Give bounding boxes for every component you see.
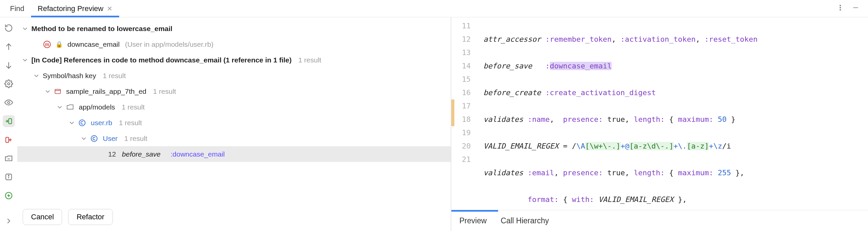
- references-label: [In Code] References in code to method d…: [31, 56, 292, 64]
- code-line: validates :name, presence: true, length:…: [484, 113, 868, 126]
- tab-find-label: Find: [10, 4, 24, 13]
- tree-references-row[interactable]: [In Code] References in code to method d…: [18, 52, 451, 68]
- code-line: attr_accessor :remember_token, :activati…: [484, 33, 868, 46]
- tree-file-row[interactable]: user.rb 1 result: [18, 115, 451, 131]
- class-icon: [90, 135, 98, 142]
- chevron-right-icon[interactable]: [3, 215, 15, 227]
- svg-point-1: [840, 7, 841, 8]
- gutter-line: 16: [452, 86, 471, 99]
- code-line: before_create :create_activation_digest: [484, 86, 868, 99]
- usage-line-number: 12: [108, 150, 116, 158]
- chevron-down-icon[interactable]: [68, 119, 75, 127]
- svg-point-0: [840, 5, 841, 6]
- minimize-icon[interactable]: [852, 4, 859, 13]
- toolbar-sidebar: [0, 18, 18, 231]
- gutter-change-marker: [452, 99, 454, 126]
- cancel-button[interactable]: Cancel: [23, 209, 62, 225]
- rerun-icon[interactable]: [3, 22, 15, 34]
- button-row: Cancel Refactor: [18, 204, 451, 231]
- svg-point-6: [8, 83, 10, 85]
- gutter-line: 15: [452, 73, 471, 86]
- exclude-icon[interactable]: [3, 134, 15, 146]
- class-result-count: 1 result: [124, 135, 147, 142]
- active-tab-indicator: [452, 210, 498, 212]
- target-detail: (User in app/models/user.rb): [125, 40, 213, 48]
- usage-symbol: :downcase_email: [170, 150, 225, 158]
- toolwindow-topbar: Find Refactoring Preview ✕: [0, 0, 868, 18]
- info-icon[interactable]: [3, 171, 15, 183]
- add-icon[interactable]: [3, 190, 15, 202]
- tree-project-row[interactable]: sample_rails_app_7th_ed 1 result: [18, 84, 451, 99]
- tree-target-row[interactable]: m 🔒 downcase_email (User in app/models/u…: [18, 36, 451, 52]
- svg-point-13: [8, 175, 9, 176]
- svg-rect-8: [9, 119, 12, 124]
- file-name: user.rb: [91, 119, 112, 127]
- gutter-line: 11: [452, 19, 471, 33]
- code-gutter: 11 12 13 14 15 16 17 18 19 20 21: [452, 18, 477, 210]
- gutter-line: 12: [452, 33, 471, 46]
- code-line: validates :email, presence: true, length…: [484, 166, 868, 179]
- kebab-menu-icon[interactable]: [837, 4, 844, 13]
- chevron-down-icon[interactable]: [44, 88, 52, 95]
- settings-icon[interactable]: [3, 78, 15, 90]
- project-icon: [54, 88, 61, 95]
- preview-panel: 11 12 13 14 15 16 17 18 19 20 21 attr_ac…: [452, 18, 868, 231]
- tab-preview[interactable]: Preview: [459, 216, 487, 225]
- method-icon: m: [43, 41, 51, 48]
- refactoring-tree-panel: Method to be renamed to lowercase_email …: [18, 18, 452, 231]
- eye-icon[interactable]: [3, 96, 15, 108]
- svg-rect-9: [6, 137, 9, 142]
- file-result-count: 1 result: [119, 119, 142, 127]
- references-result-count: 1 result: [299, 56, 321, 64]
- gutter-line: 19: [452, 126, 471, 139]
- tree-heading: Method to be renamed to lowercase_email: [31, 25, 172, 33]
- arrow-down-icon[interactable]: [3, 59, 15, 71]
- close-icon[interactable]: ✕: [107, 5, 113, 13]
- folder-result-count: 1 result: [122, 103, 145, 111]
- tree-usage-row[interactable]: 12 before_save :downcase_email: [18, 146, 451, 162]
- chevron-down-icon[interactable]: [21, 57, 29, 64]
- tab-find[interactable]: Find: [3, 0, 31, 17]
- gutter-line: 13: [452, 46, 471, 59]
- lock-icon: 🔒: [55, 41, 63, 48]
- class-name: User: [103, 135, 118, 142]
- code-line: format: { with: VALID_EMAIL_REGEX },: [484, 193, 868, 206]
- refactor-button[interactable]: Refactor: [68, 209, 113, 225]
- tab-refactoring-preview[interactable]: Refactoring Preview ✕: [31, 0, 119, 17]
- svg-point-18: [79, 120, 85, 126]
- code-line: before_save :downcase_email: [484, 59, 868, 73]
- remove-folder-icon[interactable]: [3, 153, 15, 165]
- chevron-down-icon[interactable]: [80, 135, 88, 142]
- class-icon: [78, 119, 86, 127]
- svg-rect-17: [55, 89, 61, 94]
- project-result-count: 1 result: [153, 88, 176, 96]
- include-icon[interactable]: [3, 115, 15, 127]
- tree-folder-row[interactable]: app/models 1 result: [18, 99, 451, 115]
- preview-tab-bar: Preview Call Hierarchy: [452, 210, 868, 231]
- tree-heading-row[interactable]: Method to be renamed to lowercase_email: [18, 21, 451, 36]
- folder-path: app/models: [79, 103, 115, 111]
- code-preview[interactable]: attr_accessor :remember_token, :activati…: [477, 18, 868, 210]
- tab-call-hierarchy[interactable]: Call Hierarchy: [501, 216, 549, 225]
- svg-point-7: [8, 101, 10, 104]
- folder-icon: [66, 103, 74, 111]
- gutter-line: 14: [452, 59, 471, 73]
- symbol-label: Symbol/hash key: [43, 72, 96, 80]
- svg-point-19: [91, 135, 97, 141]
- chevron-down-icon[interactable]: [33, 72, 40, 79]
- gutter-line: 20: [452, 139, 471, 153]
- tab-refactoring-preview-label: Refactoring Preview: [38, 4, 103, 13]
- project-name: sample_rails_app_7th_ed: [66, 88, 147, 96]
- usage-prefix: before_save: [122, 150, 161, 158]
- tree-class-row[interactable]: User 1 result: [18, 131, 451, 146]
- code-line: VALID_EMAIL_REGEX = /\A[\w+\-.]+@[a-z\d\…: [484, 139, 868, 153]
- tree-symbol-row[interactable]: Symbol/hash key 1 result: [18, 68, 451, 84]
- svg-point-2: [840, 9, 841, 10]
- target-method: downcase_email: [67, 40, 120, 48]
- chevron-down-icon[interactable]: [21, 25, 29, 32]
- gutter-line: 21: [452, 153, 471, 166]
- symbol-result-count: 1 result: [103, 72, 126, 80]
- chevron-down-icon[interactable]: [56, 103, 63, 111]
- arrow-up-icon[interactable]: [3, 41, 15, 53]
